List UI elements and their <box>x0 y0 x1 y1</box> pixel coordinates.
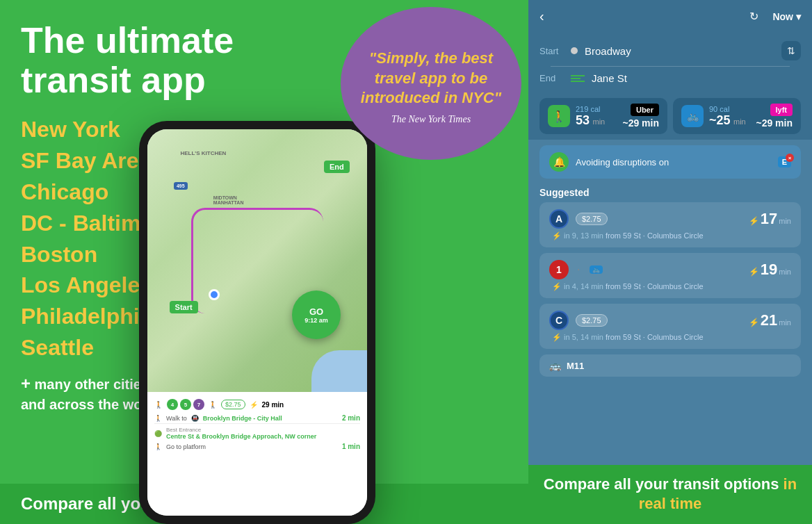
right-panel: ‹ ↻ Now ▾ Start Broadway ⇅ End Jane St <box>528 0 812 524</box>
lightning-c: ⚡ <box>749 318 759 327</box>
suggestion-1-detail: ⚡ in 4, 14 min from 59 St · Columbus Cir… <box>549 282 791 291</box>
walk-to-label: Walk to <box>166 415 187 422</box>
lightning-a2: ⚡ <box>552 231 562 240</box>
line3 <box>571 81 585 82</box>
go-button[interactable]: GO 9:12 am <box>292 290 341 339</box>
suggestion-c-top: C $2.75 ⚡ 21 min <box>549 311 791 330</box>
lyft-time: ~29 min <box>756 117 793 129</box>
uber-badge: Uber <box>631 104 659 116</box>
end-badge: End <box>324 161 350 173</box>
left-panel: "Simply, the best travel app to be intro… <box>0 0 528 524</box>
suggestion-c-detail: ⚡ in 5, 14 min from 59 St · Columbus Cir… <box>549 333 791 342</box>
phone-mockup: HELL'S KITCHEN MIDTOWNMANHATTAN 495 End … <box>139 121 375 524</box>
bike-route-card[interactable]: 🚲 90 cal ~25 min lyft ~29 min <box>673 98 801 134</box>
quote-text: "Simply, the best travel app to be intro… <box>355 49 508 108</box>
uber-partner: Uber ~29 min <box>622 104 659 129</box>
duration: 29 min <box>262 401 284 409</box>
entrance-detail: 🟢 Best Entrance Centre St & Brooklyn Bri… <box>154 423 360 441</box>
bike-stats: 90 cal ~25 min <box>709 105 750 128</box>
detail-a-prefix: in 9, 13 min <box>564 231 606 240</box>
phone-bottom: 🚶 4 5 7 🚶 $2.75 ⚡ 29 min 🚶 Walk to <box>147 392 367 516</box>
bike-route-icon: 🚲 <box>681 105 704 127</box>
disruption-text: Avoiding disruptions on <box>576 157 771 167</box>
trip-summary: 🚶 4 5 7 🚶 $2.75 ⚡ 29 min <box>154 396 360 413</box>
back-button[interactable]: ‹ <box>539 8 544 24</box>
disruption-close-button[interactable]: × <box>786 154 794 162</box>
suggestion-a-detail: ⚡ in 9, 13 min from 59 St · Columbus Cir… <box>549 231 791 240</box>
end-label: End <box>539 73 564 83</box>
bus-icon: 🚌 <box>549 360 561 371</box>
suggestion-1-card[interactable]: 1 · 🚲 ⚡ 19 min ⚡ in 4, 14 min from 59 St… <box>539 253 801 298</box>
walk-icon-left: 🚶 <box>154 401 163 409</box>
start-dot-icon <box>571 47 578 54</box>
dropdown-arrow: ▾ <box>796 11 801 22</box>
quote-source: The New York Times <box>391 114 471 125</box>
entrance-icon: 🟢 <box>154 430 162 437</box>
badge-7: 7 <box>193 399 204 410</box>
line-a-badge: A <box>549 209 569 229</box>
detail-a-station: from 59 St · Columbus Circle <box>606 231 704 240</box>
detail-1-prefix: in 4, 14 min <box>564 282 606 290</box>
walk-route-card[interactable]: 🚶 219 cal 53 min Uber ~29 min <box>539 98 667 134</box>
right-bottom: Compare all your transit options in real… <box>528 465 812 524</box>
detail-1-station: from 59 St · Columbus Circle <box>606 282 704 290</box>
lyft-badge: lyft <box>770 104 793 116</box>
location-bar: Start Broadway ⇅ End Jane St <box>528 33 812 92</box>
go-label: GO <box>309 306 323 317</box>
uber-time: ~29 min <box>622 117 659 129</box>
map-label-mid: MIDTOWNMANHATTAN <box>213 195 244 205</box>
highway-badge: 495 <box>174 182 188 190</box>
map-area: HELL'S KITCHEN MIDTOWNMANHATTAN 495 End … <box>147 129 367 392</box>
map-label-hell: HELL'S KITCHEN <box>180 150 226 156</box>
disruption-banner: 🔔 Avoiding disruptions on E × <box>539 145 801 179</box>
suggestion-a-price: $2.75 <box>576 213 608 225</box>
end-dot-icon <box>571 75 585 82</box>
app-header: ‹ ↻ Now ▾ <box>528 0 812 33</box>
main-title: The ultimate transit app <box>21 21 250 100</box>
suggestion-1-top: 1 · 🚲 ⚡ 19 min <box>549 260 791 279</box>
suggestion-list: A $2.75 ⚡ 17 min ⚡ in 9, 13 min from 59 … <box>528 202 812 465</box>
subway-icon: 🚇 <box>191 415 199 422</box>
lightning-1: ⚡ <box>749 267 759 277</box>
go-time: 9:12 am <box>304 317 328 324</box>
time-a-num: 17 <box>761 210 777 228</box>
transit-badges: 4 5 7 <box>167 399 204 410</box>
swap-button[interactable]: ⇅ <box>781 41 801 60</box>
lightning-1-2: ⚡ <box>552 282 562 290</box>
suggestion-c-price: $2.75 <box>576 314 608 327</box>
refresh-button[interactable]: ↻ <box>749 10 758 23</box>
disruption-line-badge: E × <box>778 156 791 167</box>
suggestion-a-card[interactable]: A $2.75 ⚡ 17 min ⚡ in 9, 13 min from 59 … <box>539 202 801 247</box>
detail-c-prefix: in 5, 14 min <box>564 333 606 341</box>
now-button[interactable]: Now ▾ <box>772 11 801 22</box>
badge-4: 4 <box>167 399 178 410</box>
line-c-badge: C <box>549 311 569 330</box>
walk-person-icon: 🚶 <box>154 415 162 422</box>
start-value[interactable]: Broadway <box>585 45 774 57</box>
now-label: Now <box>772 11 793 22</box>
station-name: Brooklyn Bridge - City Hall <box>203 415 282 422</box>
suggestion-c-card[interactable]: C $2.75 ⚡ 21 min ⚡ in 5, 14 min from 59 … <box>539 304 801 349</box>
quote-bubble: "Simply, the best travel app to be intro… <box>341 7 521 160</box>
walk-stats: 219 cal 53 min <box>576 105 617 128</box>
suggestion-1-time: ⚡ 19 min <box>749 261 791 279</box>
end-row: End Jane St <box>539 69 801 87</box>
badge-5: 5 <box>180 399 191 410</box>
start-row: Start Broadway ⇅ <box>539 38 801 63</box>
bike-time-unit: min <box>733 117 746 126</box>
price-tag: $2.75 <box>221 400 245 409</box>
suggested-label: Suggested <box>528 184 812 202</box>
platform-label: Go to platform <box>166 443 206 450</box>
end-value[interactable]: Jane St <box>592 72 801 84</box>
walk-calories: 219 cal <box>576 105 617 113</box>
walk-time-num: 53 <box>576 113 590 127</box>
line2 <box>571 78 580 79</box>
bus-card[interactable]: 🚌 M11 <box>539 354 801 377</box>
line1 <box>571 75 585 76</box>
walk-time-unit: min <box>592 117 605 126</box>
disruption-icon: 🔔 <box>549 152 569 172</box>
bike-time-num: ~25 <box>709 113 731 127</box>
walk-icon-right: 🚶 <box>209 401 217 409</box>
time-1-num: 19 <box>761 261 777 279</box>
citi-bike-inline: 🚲 <box>590 265 603 274</box>
